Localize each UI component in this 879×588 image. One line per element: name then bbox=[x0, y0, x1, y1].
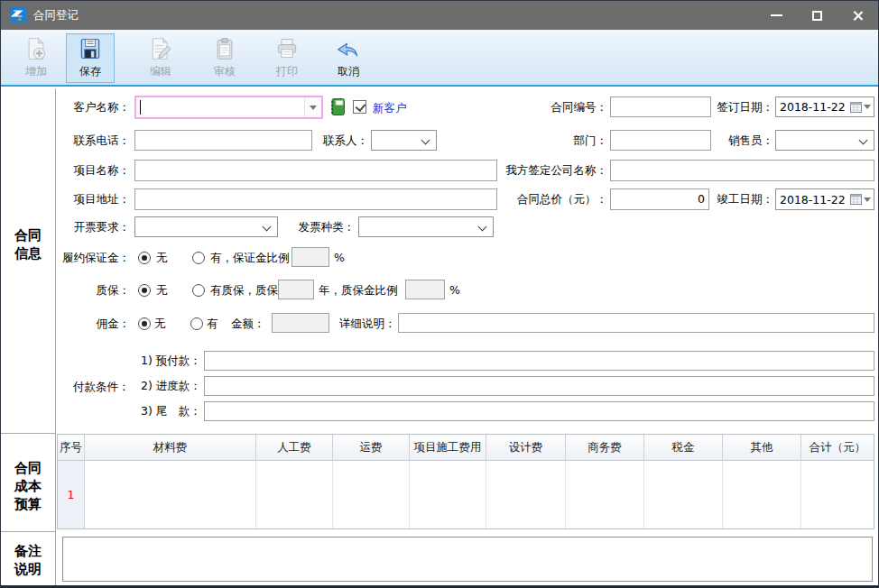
commission-detail-input[interactable] bbox=[398, 313, 874, 333]
warranty-years-input[interactable] bbox=[278, 280, 314, 299]
construction-cell[interactable] bbox=[410, 461, 486, 528]
bond-percent-label: % bbox=[334, 251, 345, 265]
commission-has-radio[interactable] bbox=[190, 317, 203, 330]
project-address-input[interactable] bbox=[134, 188, 497, 210]
project-name-label: 项目名称： bbox=[46, 163, 130, 178]
completion-date-picker[interactable]: 2018-11-22 bbox=[775, 188, 874, 210]
add-button-label: 增加 bbox=[25, 64, 47, 79]
warranty-none-radio[interactable] bbox=[138, 284, 151, 297]
payment-item3-label: 3) 尾 款： bbox=[141, 404, 201, 418]
maximize-icon bbox=[812, 11, 822, 21]
chevron-down-icon bbox=[859, 136, 868, 145]
commission-label: 佣金： bbox=[46, 317, 130, 331]
sign-date-picker[interactable]: 2018-11-22 bbox=[775, 96, 874, 117]
close-icon bbox=[852, 10, 864, 22]
save-button[interactable]: 保存 bbox=[66, 33, 115, 83]
other-cell[interactable] bbox=[723, 461, 801, 528]
contract-registration-window: 合同登记 增加 保存 bbox=[0, 0, 879, 588]
material-cell[interactable] bbox=[85, 461, 256, 528]
section-label-cost-budget: 合同成本预算 bbox=[1, 459, 55, 513]
total-price-input[interactable]: 0 bbox=[610, 188, 709, 210]
chevron-down-icon bbox=[421, 136, 430, 145]
warranty-ratio-input[interactable] bbox=[405, 280, 445, 299]
col-business: 商务费 bbox=[566, 435, 644, 460]
bond-has-radio[interactable] bbox=[192, 252, 205, 264]
sign-date-drop[interactable] bbox=[850, 102, 874, 113]
our-company-label: 我方签定公司名称： bbox=[495, 163, 607, 178]
commission-none-label: 无 bbox=[154, 317, 166, 331]
payment-item1-label: 1) 预付款： bbox=[141, 354, 201, 368]
bond-none-radio[interactable] bbox=[138, 252, 151, 264]
minimize-icon bbox=[771, 14, 782, 16]
col-labor: 人工费 bbox=[256, 435, 333, 460]
dropdown-arrow-icon bbox=[310, 106, 317, 110]
completion-date-value: 2018-11-22 bbox=[780, 193, 846, 207]
commission-has-label: 有 bbox=[207, 317, 218, 331]
add-document-icon bbox=[23, 36, 49, 61]
text-caret bbox=[140, 100, 141, 115]
cancel-button[interactable]: 取消 bbox=[324, 33, 373, 83]
edit-document-icon bbox=[148, 36, 173, 61]
row-seq-cell: 1 bbox=[58, 461, 85, 528]
remark-textarea[interactable] bbox=[62, 537, 873, 582]
close-button[interactable] bbox=[837, 1, 878, 30]
commission-amount-input[interactable] bbox=[272, 313, 329, 333]
col-construction: 项目施工费用 bbox=[410, 435, 486, 460]
tax-cell[interactable] bbox=[644, 461, 723, 528]
cancel-undo-icon bbox=[336, 36, 361, 61]
customer-name-combobox[interactable] bbox=[134, 96, 323, 119]
design-cell[interactable] bbox=[486, 461, 566, 528]
edit-button-label: 编辑 bbox=[150, 64, 171, 79]
sign-date-value: 2018-11-22 bbox=[780, 100, 846, 114]
warranty-percent-label: % bbox=[449, 283, 460, 298]
salesman-select[interactable] bbox=[775, 130, 874, 151]
business-cell[interactable] bbox=[566, 461, 644, 528]
department-input[interactable] bbox=[610, 130, 711, 151]
bond-ratio-input[interactable] bbox=[291, 247, 329, 267]
warranty-has-radio[interactable] bbox=[192, 284, 205, 297]
section-divider bbox=[1, 531, 56, 532]
col-other: 其他 bbox=[723, 435, 801, 460]
bond-none-label: 无 bbox=[156, 251, 168, 265]
print-printer-icon bbox=[274, 36, 300, 61]
minimize-button[interactable] bbox=[756, 1, 797, 30]
audit-button[interactable]: 审核 bbox=[200, 33, 249, 83]
col-material: 材料费 bbox=[85, 435, 256, 460]
contact-label: 联系人： bbox=[317, 133, 368, 148]
calendar-icon bbox=[850, 102, 862, 113]
print-button[interactable]: 打印 bbox=[263, 33, 311, 83]
payment-item2-input[interactable] bbox=[204, 376, 874, 396]
add-button[interactable]: 增加 bbox=[12, 33, 60, 83]
completion-date-drop[interactable] bbox=[850, 194, 874, 205]
our-company-input[interactable] bbox=[610, 160, 874, 181]
labor-cell[interactable] bbox=[256, 461, 333, 528]
col-total: 合计（元） bbox=[801, 435, 874, 460]
payment-item2-label: 2) 进度款： bbox=[141, 379, 201, 393]
phone-input[interactable] bbox=[134, 130, 312, 151]
invoice-type-select[interactable] bbox=[358, 216, 494, 237]
payment-item3-input[interactable] bbox=[204, 401, 874, 421]
contact-select[interactable] bbox=[371, 130, 437, 151]
window-controls bbox=[756, 1, 878, 30]
phone-label: 联系电话： bbox=[46, 133, 130, 148]
new-customer-checkbox[interactable] bbox=[353, 100, 366, 114]
contract-no-input[interactable] bbox=[610, 96, 711, 117]
project-name-input[interactable] bbox=[134, 160, 497, 181]
maximize-button[interactable] bbox=[797, 1, 837, 30]
total-cell[interactable] bbox=[801, 461, 874, 528]
payment-item1-input[interactable] bbox=[204, 351, 874, 371]
toolbar: 增加 保存 编辑 bbox=[1, 30, 878, 87]
project-address-label: 项目地址： bbox=[46, 192, 130, 207]
edit-button[interactable]: 编辑 bbox=[136, 33, 185, 83]
commission-amount-label: 金额： bbox=[231, 317, 265, 331]
cost-table-header: 序号 材料费 人工费 运费 项目施工费用 设计费 商务费 税金 其他 合计（元） bbox=[58, 435, 874, 461]
print-button-label: 打印 bbox=[276, 64, 298, 79]
combobox-drop-button[interactable] bbox=[304, 97, 321, 117]
commission-none-radio[interactable] bbox=[138, 317, 151, 330]
address-book-icon[interactable] bbox=[328, 97, 347, 116]
warranty-mid-label: 年，质保金比例 bbox=[319, 283, 398, 298]
freight-cell[interactable] bbox=[333, 461, 410, 528]
section-divider bbox=[1, 433, 56, 434]
invoice-request-select[interactable] bbox=[134, 216, 278, 237]
commission-detail-label: 详细说明： bbox=[339, 317, 396, 331]
